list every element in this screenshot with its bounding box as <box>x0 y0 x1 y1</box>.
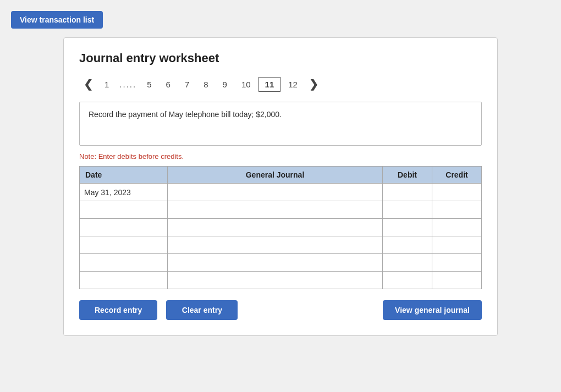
cell-date-5[interactable] <box>80 272 168 289</box>
cell-debit-4[interactable] <box>383 254 432 272</box>
table-row <box>80 236 482 254</box>
cell-debit-1[interactable] <box>383 201 432 219</box>
pagination: ❮ 1 ..... 5 6 7 8 9 10 11 12 ❯ <box>79 75 482 93</box>
cell-debit-3[interactable] <box>383 236 432 254</box>
cell-debit-5[interactable] <box>383 272 432 289</box>
pagination-prev-button[interactable]: ❮ <box>79 75 97 93</box>
pagination-item-1[interactable]: 1 <box>97 77 116 92</box>
cell-date-3[interactable] <box>80 236 168 254</box>
pagination-item-12[interactable]: 12 <box>281 77 305 92</box>
pagination-item-5[interactable]: 5 <box>140 77 158 92</box>
cell-credit-4[interactable] <box>432 254 482 272</box>
cell-credit-1[interactable] <box>432 201 482 219</box>
header-general-journal: General Journal <box>168 167 383 184</box>
cell-general-2[interactable] <box>168 219 383 236</box>
pagination-item-10[interactable]: 10 <box>234 77 258 92</box>
cell-credit-0[interactable] <box>432 184 482 201</box>
cell-credit-5[interactable] <box>432 272 482 289</box>
cell-credit-2[interactable] <box>432 219 482 236</box>
pagination-item-11[interactable]: 11 <box>258 77 282 92</box>
cell-date-2[interactable] <box>80 219 168 236</box>
view-general-journal-button[interactable]: View general journal <box>383 300 482 320</box>
cell-general-1[interactable] <box>168 201 383 219</box>
table-row <box>80 201 482 219</box>
header-debit: Debit <box>383 167 432 184</box>
pagination-item-8[interactable]: 8 <box>196 77 215 92</box>
worksheet-title: Journal entry worksheet <box>79 51 482 65</box>
table-row <box>80 219 482 236</box>
cell-date-1[interactable] <box>80 201 168 219</box>
header-date: Date <box>80 167 168 184</box>
worksheet-container: Journal entry worksheet ❮ 1 ..... 5 6 7 … <box>63 37 498 336</box>
cell-debit-2[interactable] <box>383 219 432 236</box>
cell-general-5[interactable] <box>168 272 383 289</box>
pagination-item-9[interactable]: 9 <box>216 77 234 92</box>
cell-general-0[interactable] <box>168 184 383 201</box>
cell-general-3[interactable] <box>168 236 383 254</box>
table-row: May 31, 2023 <box>80 184 482 201</box>
view-transaction-button[interactable]: View transaction list <box>11 11 103 29</box>
cell-date-0[interactable]: May 31, 2023 <box>80 184 168 201</box>
clear-entry-button[interactable]: Clear entry <box>166 300 238 320</box>
cell-debit-0[interactable] <box>383 184 432 201</box>
note-text: Note: Enter debits before credits. <box>79 152 482 161</box>
table-row <box>80 272 482 289</box>
top-bar: View transaction list <box>11 11 550 29</box>
cell-date-4[interactable] <box>80 254 168 272</box>
pagination-item-7[interactable]: 7 <box>178 77 196 92</box>
table-row <box>80 254 482 272</box>
cell-general-4[interactable] <box>168 254 383 272</box>
journal-table: Date General Journal Debit Credit May 31… <box>79 166 482 289</box>
pagination-dots: ..... <box>116 78 140 91</box>
record-entry-button[interactable]: Record entry <box>79 300 157 320</box>
description-box: Record the payment of May telephone bill… <box>79 102 482 146</box>
table-header-row: Date General Journal Debit Credit <box>80 167 482 184</box>
button-row: Record entry Clear entry View general jo… <box>79 300 482 320</box>
pagination-next-button[interactable]: ❯ <box>305 75 323 93</box>
header-credit: Credit <box>432 167 482 184</box>
pagination-item-6[interactable]: 6 <box>159 77 178 92</box>
cell-credit-3[interactable] <box>432 236 482 254</box>
